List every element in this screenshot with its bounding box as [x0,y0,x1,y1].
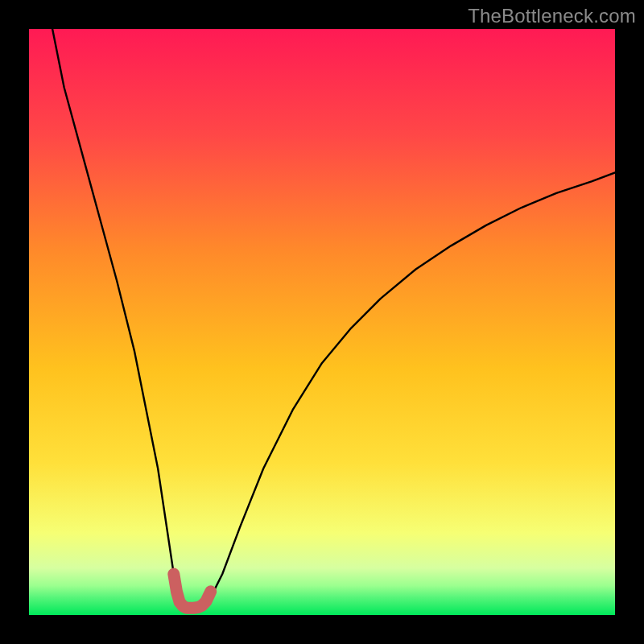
chart-svg [29,29,615,615]
gradient-background [29,29,615,615]
plot-area [29,29,615,615]
watermark-text: TheBottleneck.com [468,5,636,27]
chart-frame: TheBottleneck.com [0,0,644,644]
